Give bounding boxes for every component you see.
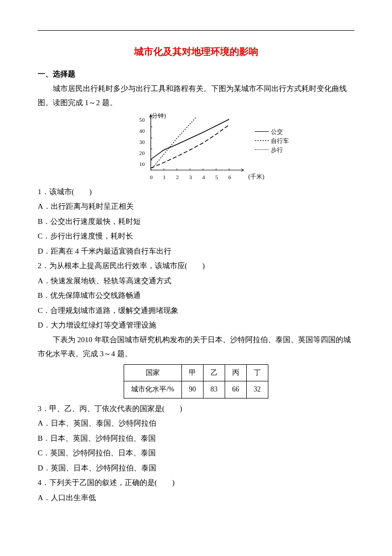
- x-tick: 6: [223, 172, 236, 183]
- table-row: 城市化水平/% 90 83 66 32: [124, 381, 268, 399]
- y-tick: 10: [135, 162, 145, 173]
- y-tick: 20: [135, 150, 145, 162]
- legend-item: 公交: [255, 127, 289, 136]
- y-tick: 50: [135, 117, 145, 128]
- q3-opt-d: D．英国、日本、沙特阿拉伯、泰国: [38, 461, 354, 475]
- legend-label: 步行: [271, 145, 283, 154]
- q1-opt-b: B．公交出行速度最快，耗时短: [38, 214, 354, 229]
- legend-line-icon: [255, 140, 269, 141]
- q4-opt-a: A．人口出生率低: [38, 491, 354, 505]
- q1-opt-d: D．距离在 4 千米内最适宜骑自行车出行: [38, 244, 354, 259]
- x-tick: 4: [197, 172, 210, 183]
- legend-item: 步行: [255, 145, 289, 154]
- table-header: 国家: [124, 364, 182, 381]
- legend-label: 公交: [271, 127, 283, 136]
- table-cell: 城市化水平/%: [124, 381, 182, 399]
- table-cell: 83: [203, 381, 225, 399]
- q2-stem: 2．为从根本上提高居民出行效率，该城市应( ): [38, 259, 354, 273]
- data-table: 国家 甲 乙 丙 丁 城市化水平/% 90 83 66 32: [124, 364, 268, 399]
- chart-legend: 公交 自行车 步行: [255, 127, 289, 154]
- x-tick: 5: [210, 172, 223, 183]
- q2-opt-a: A．快速发展地铁、轻轨等高速交通方式: [38, 274, 354, 288]
- x-ticks: 0 1 2 3 4 5 6: [145, 172, 236, 183]
- top-rule: [38, 30, 354, 31]
- table-row: 国家 甲 乙 丙 丁: [124, 364, 268, 381]
- legend-line-icon: [255, 131, 269, 132]
- line-chart: (分钟) 50 40 30 20 10: [131, 112, 261, 183]
- q1-opt-c: C．步行出行速度慢，耗时长: [38, 229, 354, 244]
- x-tick: 1: [158, 172, 171, 183]
- table-header: 甲: [181, 364, 203, 381]
- table-cell: 32: [246, 381, 268, 399]
- q3-stem: 3．甲、乙、丙、丁依次代表的国家是( ): [38, 402, 354, 416]
- table-header: 乙: [203, 364, 225, 381]
- table-cell: 66: [225, 381, 246, 399]
- q1-stem: 1．该城市( ): [38, 185, 354, 199]
- table-header: 丙: [225, 364, 246, 381]
- chart-container: (分钟) 50 40 30 20 10: [38, 112, 354, 183]
- y-tick: 40: [135, 128, 145, 139]
- intro-text-1: 城市居民出行耗时多少与出行工具和路程有关。下图为某城市不同出行方式耗时变化曲线图…: [38, 82, 354, 110]
- legend-item: 自行车: [255, 136, 289, 145]
- q2-opt-d: D．大力增设红绿灯等交通管理设施: [38, 318, 354, 333]
- y-axis-label: (分钟): [150, 110, 166, 122]
- legend-line-icon: [255, 149, 269, 150]
- q4-stem: 4．下列关于乙国的叙述，正确的是( ): [38, 475, 354, 490]
- q3-opt-b: B．日本、英国、沙特阿拉伯、泰国: [38, 431, 354, 446]
- x-axis-label: (千米): [248, 171, 264, 183]
- page-title: 城市化及其对地理环境的影响: [38, 43, 354, 61]
- table-cell: 90: [181, 381, 203, 399]
- legend-label: 自行车: [271, 136, 289, 145]
- q3-opt-a: A．日本、英国、泰国、沙特阿拉伯: [38, 416, 354, 431]
- q3-opt-c: C．英国、沙特阿拉伯、日本、泰国: [38, 446, 354, 460]
- table-header: 丁: [246, 364, 268, 381]
- y-ticks: 50 40 30 20 10: [135, 117, 145, 173]
- x-tick: 3: [184, 172, 197, 183]
- q2-opt-c: C．合理规划城市道路，缓解交通拥堵现象: [38, 303, 354, 318]
- intro-text-2: 下表为 2010 年联合国城市研究机构发布的关于日本、沙特阿拉伯、泰国、英国等四…: [38, 333, 354, 361]
- q1-opt-a: A．出行距离与耗时呈正相关: [38, 199, 354, 214]
- section-heading: 一、选择题: [38, 67, 354, 82]
- x-tick: 2: [171, 172, 184, 183]
- y-tick: 30: [135, 139, 145, 150]
- q2-opt-b: B．优先保障城市公交线路畅通: [38, 288, 354, 303]
- x-tick: 0: [145, 172, 158, 183]
